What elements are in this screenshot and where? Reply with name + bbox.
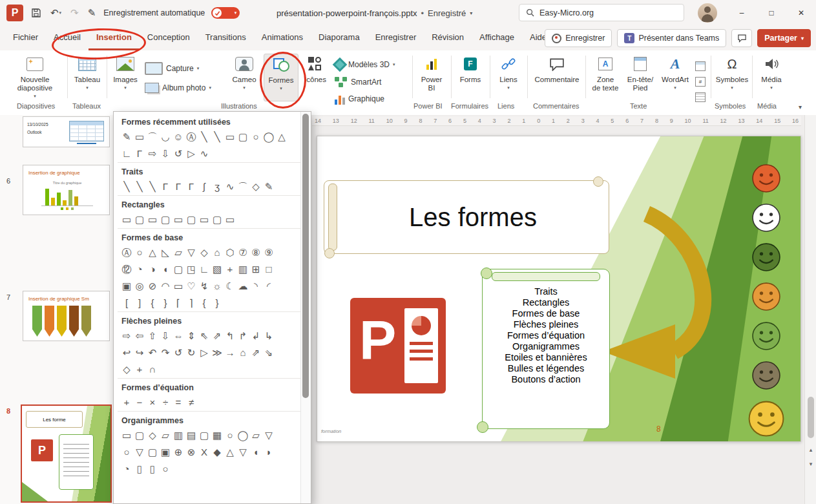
shape-icon[interactable]: ▣ xyxy=(120,278,133,294)
shapes-button[interactable]: Formes ▾ xyxy=(264,54,298,101)
shape-icon[interactable]: ▣ xyxy=(159,445,172,460)
shape-icon[interactable]: ☁ xyxy=(236,278,249,294)
shape-icon[interactable]: ◡ xyxy=(159,129,172,145)
share-button[interactable]: Partager▾ xyxy=(757,29,811,47)
tab-transitions[interactable]: Transitions xyxy=(198,26,254,50)
shape-icon[interactable]: ▥ xyxy=(236,262,249,277)
dropdown-scrollbar[interactable] xyxy=(300,112,311,503)
symbols-button[interactable]: Ω Symboles ▾ xyxy=(713,54,751,101)
tab-enregistrer[interactable]: Enregistrer xyxy=(368,26,424,50)
shape-icon[interactable]: ♡ xyxy=(185,278,198,294)
shape-icon[interactable]: + xyxy=(120,395,133,410)
shape-icon[interactable]: ⇘ xyxy=(262,345,275,361)
links-button[interactable]: Liens ▾ xyxy=(492,54,525,101)
tab-fichier[interactable]: Fichier xyxy=(5,26,46,50)
maximize-button[interactable]: □ xyxy=(757,0,786,26)
insert-object-button[interactable] xyxy=(695,89,706,105)
shape-icon[interactable]: Γ xyxy=(159,179,172,194)
icons-button[interactable]: Icônes xyxy=(300,54,331,101)
pen-button[interactable]: ✎ xyxy=(87,6,98,20)
shape-icon[interactable]: ⊕ xyxy=(172,445,185,460)
shape-icon[interactable]: ▢ xyxy=(211,212,224,227)
shape-icon[interactable]: ↯ xyxy=(198,278,211,294)
shape-icon[interactable]: ↺ xyxy=(172,345,185,361)
shape-icon[interactable]: ↶ xyxy=(146,345,159,361)
next-slide-button[interactable]: ▾ xyxy=(805,457,816,470)
smiley-face[interactable] xyxy=(748,400,785,437)
shape-icon[interactable]: ▥ xyxy=(172,428,185,443)
shape-icon[interactable]: Ⓐ xyxy=(120,245,133,260)
shape-icon[interactable]: ◖ xyxy=(249,445,262,460)
shape-icon[interactable]: ↪ xyxy=(133,345,146,361)
tab-conception[interactable]: Conception xyxy=(140,26,198,50)
shape-icon[interactable]: ↩ xyxy=(120,345,133,361)
shape-icon[interactable]: ⇦ xyxy=(133,328,146,344)
dropdown-scrollbar-thumb[interactable] xyxy=(302,114,309,398)
shape-icon[interactable]: ▭ xyxy=(172,212,185,227)
shape-icon[interactable]: Ⓐ xyxy=(185,129,198,145)
tab-animations[interactable]: Animations xyxy=(254,26,311,50)
shape-icon[interactable]: Γ xyxy=(185,179,198,194)
forms-button[interactable]: F Forms xyxy=(454,54,487,101)
shape-icon[interactable]: ▭ xyxy=(146,212,159,227)
cameo-button[interactable]: Cameo ▾ xyxy=(227,54,261,101)
images-button[interactable]: Images ▾ xyxy=(109,54,141,101)
shape-icon[interactable]: ◔ xyxy=(120,461,133,477)
slide-thumbnail-6[interactable]: Insertion de graphique Titre du graphiqu… xyxy=(23,165,110,215)
shape-icon[interactable]: ↱ xyxy=(236,328,249,344)
shape-icon[interactable]: ○ xyxy=(159,461,172,477)
shape-icon[interactable]: ⌈ xyxy=(172,295,185,311)
ruler[interactable]: 1413121110987654321012345678910111213141… xyxy=(312,116,801,126)
shape-icon[interactable]: ↲ xyxy=(249,328,262,344)
shape-icon[interactable]: ʒ xyxy=(211,179,224,194)
shape-icon[interactable]: ○ xyxy=(224,428,236,443)
shape-icon[interactable]: ✎ xyxy=(262,179,275,194)
shape-icon[interactable]: ⇨ xyxy=(120,328,133,344)
wordart-button[interactable]: A WordArt ▾ xyxy=(658,54,693,101)
shape-icon[interactable]: ⇖ xyxy=(198,328,211,344)
shape-icon[interactable]: △ xyxy=(224,445,236,460)
close-button[interactable]: ✕ xyxy=(786,0,816,26)
shape-icon[interactable]: ▢ xyxy=(198,428,211,443)
shape-icon[interactable]: ▢ xyxy=(172,262,185,277)
new-slide-button[interactable]: Nouvelle diapositive ▾ xyxy=(5,54,65,101)
shape-icon[interactable]: X xyxy=(198,445,211,460)
shape-icon[interactable]: ▢ xyxy=(133,428,146,443)
shape-icon[interactable]: ◔ xyxy=(133,262,146,277)
media-button[interactable]: Média ▾ xyxy=(755,54,788,101)
shape-icon[interactable]: ◇ xyxy=(198,245,211,260)
title-scroll-shape[interactable]: Les formes xyxy=(324,180,609,254)
redo-button[interactable]: ↷ xyxy=(69,6,80,20)
shape-icon[interactable]: ⬡ xyxy=(224,245,236,260)
shape-icon[interactable]: ⊗ xyxy=(185,445,198,460)
shape-icon[interactable]: ◇ xyxy=(146,428,159,443)
shape-icon[interactable]: ⑫ xyxy=(120,262,133,277)
shape-icon[interactable]: ▽ xyxy=(185,245,198,260)
shape-icon[interactable]: ▢ xyxy=(185,212,198,227)
smiley-face[interactable] xyxy=(751,163,781,193)
powerpoint-logo-image[interactable]: P xyxy=(350,298,446,394)
shape-icon[interactable]: ⌉ xyxy=(185,295,198,311)
shape-icon[interactable]: ▦ xyxy=(211,428,224,443)
shape-icon[interactable]: ⌒ xyxy=(146,129,159,145)
shape-icon[interactable]: ▱ xyxy=(159,428,172,443)
shape-icon[interactable]: ▭ xyxy=(120,428,133,443)
powerpoint-app-icon[interactable]: P xyxy=(6,5,23,21)
shape-icon[interactable]: ▱ xyxy=(172,245,185,260)
shape-icon[interactable]: △ xyxy=(146,245,159,260)
shape-icon[interactable]: ∿ xyxy=(224,179,236,194)
undo-button[interactable]: ↶▾ xyxy=(49,6,63,20)
shape-icon[interactable]: → xyxy=(224,345,236,361)
header-footer-button[interactable]: En-tête/ Pied xyxy=(624,54,656,101)
shape-icon[interactable]: ⌂ xyxy=(236,345,249,361)
shape-icon[interactable]: − xyxy=(133,395,146,410)
tab-diaporama[interactable]: Diaporama xyxy=(311,26,368,50)
shape-icon[interactable]: ▧ xyxy=(211,262,224,277)
shape-icon[interactable]: ▭ xyxy=(198,212,211,227)
photo-album-button[interactable]: Album photo ▾ xyxy=(145,80,211,96)
shape-icon[interactable]: ◯ xyxy=(262,129,275,145)
tab-affichage[interactable]: Affichage xyxy=(472,26,522,50)
shape-icon[interactable]: ∿ xyxy=(198,146,211,162)
shape-icon[interactable]: ☼ xyxy=(211,278,224,294)
shape-icon[interactable]: ▢ xyxy=(133,212,146,227)
